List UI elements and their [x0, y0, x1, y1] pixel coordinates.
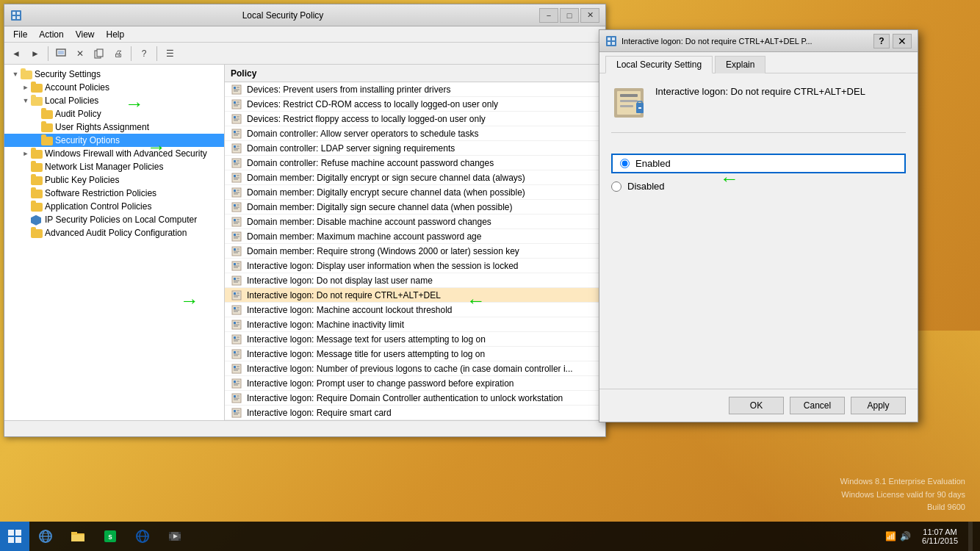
print-button[interactable]: 🖨	[109, 45, 127, 62]
tree-security-options[interactable]: Security Options	[4, 134, 224, 147]
enabled-radio[interactable]	[620, 159, 630, 168]
copy-button[interactable]	[90, 45, 108, 62]
tab-explain[interactable]: Explain	[715, 56, 765, 73]
forward-button[interactable]: ►	[26, 45, 44, 62]
tree-public-key[interactable]: Public Key Policies	[4, 173, 224, 187]
policy-row[interactable]: Interactive logon: Prompt user to change…	[225, 376, 605, 391]
dialog-close-button[interactable]: ✕	[893, 34, 912, 48]
start-button[interactable]	[0, 522, 29, 551]
policy-row[interactable]: Devices: Prevent users from installing p…	[225, 82, 605, 97]
tree-windows-firewall[interactable]: ► Windows Firewall with Advanced Securit…	[4, 147, 224, 160]
tree-user-rights[interactable]: User Rights Assignment	[4, 120, 224, 134]
tree-app-control[interactable]: Application Control Policies	[4, 200, 224, 213]
tree-security-settings[interactable]: ▼ Security Settings	[4, 68, 224, 81]
policy-row[interactable]: Interactive logon: Message title for use…	[225, 347, 605, 361]
back-button[interactable]: ◄	[7, 45, 25, 62]
policy-row-icon	[231, 129, 242, 139]
folder-windows-firewall-icon	[31, 148, 43, 159]
apply-button[interactable]: Apply	[851, 397, 906, 414]
close-button[interactable]: ✕	[580, 8, 599, 23]
policy-row[interactable]: Domain member: Maximum machine account p…	[225, 229, 605, 244]
taskbar-folder-icon[interactable]	[62, 522, 94, 551]
svg-rect-85	[234, 307, 236, 309]
taskbar-ie-alt-icon[interactable]	[126, 522, 159, 551]
tree-ip-security[interactable]: IP Security Policies on Local Computer	[4, 213, 224, 226]
tab-local-security-setting[interactable]: Local Security Setting	[605, 56, 713, 73]
policy-row[interactable]: Domain member: Digitally encrypt or sign…	[225, 170, 605, 185]
policy-row[interactable]: Interactive logon: Do not display last u…	[225, 273, 605, 288]
folder-audit-policy-icon	[41, 109, 53, 119]
svg-rect-157	[179, 532, 181, 534]
tree-network-list[interactable]: Network List Manager Policies	[4, 160, 224, 173]
expand-account-policies[interactable]: ►	[21, 82, 31, 93]
disabled-label[interactable]: Disabled	[627, 181, 665, 192]
svg-rect-128	[612, 42, 615, 45]
tree-software-restriction[interactable]: Software Restriction Policies	[4, 187, 224, 200]
tree-advanced-audit[interactable]: Advanced Audit Policy Configuration	[4, 226, 224, 240]
taskbar: s 📶 🔊 11:07 AM	[0, 522, 980, 551]
disabled-radio[interactable]	[611, 181, 621, 192]
cancel-button[interactable]: Cancel	[790, 397, 845, 414]
window-controls: − □ ✕	[539, 8, 599, 23]
taskbar-ie-icon[interactable]	[29, 522, 62, 551]
menu-file[interactable]: File	[7, 28, 33, 41]
policy-row[interactable]: Interactive logon: Message text for user…	[225, 332, 605, 347]
policy-row[interactable]: Interactive logon: Display user informat…	[225, 259, 605, 273]
taskbar-clock[interactable]: 11:07 AM 6/11/2015	[915, 527, 965, 545]
dialog-help-button[interactable]: ?	[873, 34, 890, 48]
taskbar-film-icon[interactable]	[159, 522, 191, 551]
svg-rect-10	[234, 87, 236, 89]
dialog-title-icon	[605, 35, 617, 47]
expand-windows-firewall[interactable]: ►	[21, 148, 31, 159]
policy-row[interactable]: Domain controller: LDAP server signing r…	[225, 141, 605, 156]
policy-row[interactable]: Domain member: Disable machine account p…	[225, 215, 605, 229]
policy-row[interactable]: Domain member: Require strong (Windows 2…	[225, 244, 605, 259]
minimize-button[interactable]: −	[539, 8, 558, 23]
policy-row[interactable]: Devices: Restrict CD-ROM access to local…	[225, 97, 605, 112]
menu-view[interactable]: View	[70, 28, 101, 41]
tree-local-policies[interactable]: ▼ Local Policies	[4, 94, 224, 107]
policy-row[interactable]: Interactive logon: Require smart card	[225, 406, 605, 420]
taskbar-icons: s	[29, 522, 191, 551]
tree-audit-policy[interactable]: Audit Policy	[4, 107, 224, 120]
svg-rect-136	[638, 107, 641, 109]
menu-action[interactable]: Action	[33, 28, 69, 41]
policy-row[interactable]: Domain controller: Allow server operator…	[225, 126, 605, 141]
policy-row[interactable]: Devices: Restrict floppy access to local…	[225, 112, 605, 126]
disabled-option[interactable]: Disabled	[611, 181, 906, 192]
delete-button[interactable]: ✕	[71, 45, 89, 62]
svg-rect-105	[234, 366, 236, 368]
policy-row[interactable]: Domain member: Digitally sign secure cha…	[225, 200, 605, 215]
policy-row-icon	[231, 261, 242, 271]
taskbar-store-icon[interactable]: s	[94, 522, 126, 551]
policy-row[interactable]: Interactive logon: Machine inactivity li…	[225, 317, 605, 332]
view-button[interactable]: ☰	[161, 45, 179, 62]
policy-row[interactable]: Interactive logon: Machine account locko…	[225, 303, 605, 317]
policy-row-icon	[231, 114, 242, 124]
tree-account-policies[interactable]: ► Account Policies	[4, 81, 224, 94]
folder-security-options-icon	[41, 135, 53, 145]
svg-rect-120	[234, 410, 236, 412]
show-desktop-button[interactable]	[968, 522, 973, 551]
help-toolbar-button[interactable]: ?	[135, 45, 153, 62]
policy-row[interactable]: Interactive logon: Number of previous lo…	[225, 361, 605, 376]
policy-row[interactable]: Interactive logon: Require Domain Contro…	[225, 391, 605, 406]
policy-row-selected[interactable]: Interactive logon: Do not require CTRL+A…	[225, 288, 605, 303]
enabled-label[interactable]: Enabled	[635, 158, 671, 169]
svg-rect-138	[15, 530, 21, 536]
svg-rect-70	[234, 263, 236, 265]
svg-rect-95	[234, 336, 236, 339]
expand-security-settings[interactable]: ▼	[10, 69, 21, 79]
tree-label-local-policies: Local Policies	[45, 96, 98, 106]
maximize-button[interactable]: □	[560, 8, 579, 23]
svg-rect-55	[234, 219, 236, 221]
policy-row[interactable]: Domain controller: Refuse machine accoun…	[225, 156, 605, 170]
up-button[interactable]	[52, 45, 70, 62]
ok-button[interactable]: OK	[729, 397, 784, 414]
enabled-option-box[interactable]: Enabled	[611, 154, 906, 173]
svg-rect-126	[612, 37, 615, 40]
policy-row[interactable]: Domain member: Digitally encrypt secure …	[225, 185, 605, 200]
expand-local-policies[interactable]: ▼	[21, 96, 31, 106]
folder-ip-security-icon	[31, 215, 43, 225]
menu-help[interactable]: Help	[101, 28, 131, 41]
